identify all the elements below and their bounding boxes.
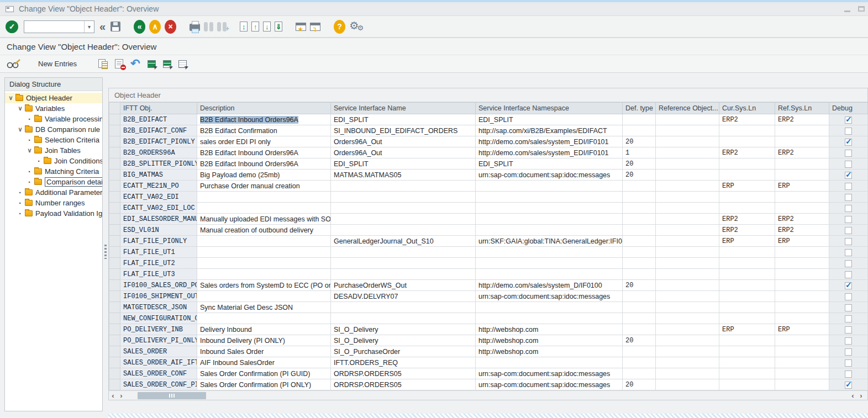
command-field[interactable]: ▾ xyxy=(24,20,94,33)
back-button[interactable]: « xyxy=(134,20,145,34)
scrollbar-thumb[interactable] xyxy=(138,392,206,399)
cell-cur_sys[interactable] xyxy=(719,192,775,203)
cell-ref_obj[interactable] xyxy=(656,357,719,368)
cell-cur_sys[interactable]: ERP2 xyxy=(719,114,775,125)
cell-si_ns[interactable]: http://webshop.com xyxy=(476,346,623,357)
scroll-left-button[interactable]: ‹ xyxy=(109,391,117,400)
cell-ref_sys[interactable] xyxy=(775,158,829,170)
cell-si_name[interactable] xyxy=(331,269,476,280)
cell-si_ns[interactable]: http://webshop.com xyxy=(476,335,623,346)
cell-ref_sys[interactable] xyxy=(775,136,829,147)
debug-checkbox[interactable] xyxy=(845,371,852,378)
cell-desc[interactable]: Sales orders from SystemD to ECC (PO onl… xyxy=(197,280,331,291)
cell-si_name[interactable]: GeneralLedgerJournal_Out_S10 xyxy=(331,236,476,247)
last-page-button[interactable]: ⇓ xyxy=(275,22,282,31)
cell-si_name[interactable]: SI_O_Delivery xyxy=(331,335,476,346)
display-change-toggle-icon[interactable] xyxy=(7,59,21,69)
debug-checkbox[interactable] xyxy=(845,150,852,157)
tree-item-number-ranges[interactable]: ·Number ranges xyxy=(5,198,102,208)
cell-desc[interactable] xyxy=(197,313,331,324)
tree-item-db-comparison-rule[interactable]: ∨DB Comparison rule xyxy=(5,124,102,135)
cell-ref_obj[interactable] xyxy=(656,147,719,158)
cell-obj[interactable]: MATGETDESCR_JSON xyxy=(120,302,197,313)
tree-item-payload-validation-ig[interactable]: ·Payload Validation Ig xyxy=(5,208,102,219)
cell-ref_sys[interactable] xyxy=(775,280,829,291)
scroll-right-button-right[interactable]: › xyxy=(857,391,865,400)
cell-debug[interactable] xyxy=(829,125,868,136)
cell-obj[interactable]: SALES_ORDER_CONF_PI… xyxy=(120,379,197,390)
cell-debug[interactable] xyxy=(829,170,868,181)
cell-si_name[interactable]: Orders96A_Out xyxy=(331,136,476,147)
cell-obj[interactable]: B2B_SPLITTER_PIONLY xyxy=(120,158,197,170)
cell-ref_obj[interactable] xyxy=(656,236,719,247)
cell-obj[interactable]: EDI_SALESORDER_MANU xyxy=(120,214,197,225)
cell-ref_sys[interactable] xyxy=(775,192,829,203)
cell-ref_obj[interactable] xyxy=(656,203,719,214)
scroll-left-button-right[interactable]: ‹ xyxy=(849,391,857,400)
cell-ref_sys[interactable] xyxy=(775,247,829,258)
cell-desc[interactable]: Big Payload demo (25mb) xyxy=(197,170,331,181)
debug-checkbox[interactable] xyxy=(845,249,852,256)
row-selector[interactable] xyxy=(109,214,120,225)
row-selector[interactable] xyxy=(109,158,120,170)
row-selector[interactable] xyxy=(109,225,120,236)
cell-debug[interactable] xyxy=(829,147,868,158)
new-entries-button[interactable]: New Entries xyxy=(31,57,83,70)
row-selector[interactable] xyxy=(109,346,120,357)
cell-desc[interactable] xyxy=(197,247,331,258)
cell-desc[interactable] xyxy=(197,291,331,302)
row-selector[interactable] xyxy=(109,379,120,390)
cell-ref_sys[interactable] xyxy=(775,357,829,368)
cell-def_type[interactable] xyxy=(623,214,656,225)
chevron-down-icon[interactable]: ∨ xyxy=(7,94,14,102)
cell-si_name[interactable]: SI_INBOUND_EDI_EDIFACT_ORDERS xyxy=(331,125,476,136)
cell-si_name[interactable]: ORDRSP.ORDERS05 xyxy=(331,368,476,379)
cell-debug[interactable] xyxy=(829,302,868,313)
cell-desc[interactable]: sales order EDI PI only xyxy=(197,136,331,147)
cell-desc[interactable] xyxy=(197,203,331,214)
cell-debug[interactable] xyxy=(829,368,868,379)
tree-item-comparison-details[interactable]: ·Comparison details xyxy=(5,177,102,187)
cell-si_ns[interactable]: http://sap.com/xi/B2B/Examples/EDIFACT xyxy=(476,125,623,136)
column-header-def_type[interactable]: Def. type xyxy=(623,103,656,114)
row-selector[interactable] xyxy=(109,368,120,379)
cell-ref_obj[interactable] xyxy=(656,335,719,346)
cell-ref_sys[interactable]: ERP xyxy=(775,236,829,247)
page-down-button[interactable]: ↓ xyxy=(263,22,271,31)
cell-si_ns[interactable]: urn:sap-com:document:sap:idoc:messages xyxy=(476,291,623,302)
cell-desc[interactable]: AIF Inbound SalesOrder xyxy=(197,357,331,368)
cell-desc[interactable]: Manual creation of outbound delivery xyxy=(197,225,331,236)
tree-item-selection-criteria[interactable]: ·Selection Criteria xyxy=(5,135,102,145)
cell-si_ns[interactable] xyxy=(476,203,623,214)
cell-def_type[interactable] xyxy=(623,368,656,379)
cell-si_name[interactable] xyxy=(331,313,476,324)
cell-desc[interactable]: B2B Edifact Inbound Orders96A xyxy=(197,147,331,158)
chevron-down-icon[interactable]: ∨ xyxy=(17,105,24,112)
cell-si_ns[interactable] xyxy=(476,302,623,313)
debug-checkbox[interactable] xyxy=(845,139,852,146)
cell-def_type[interactable]: 1 xyxy=(623,147,656,158)
cell-si_ns[interactable] xyxy=(476,269,623,280)
cell-ref_obj[interactable] xyxy=(656,225,719,236)
cell-si_ns[interactable]: urn:sap-com:document:sap:idoc:messages xyxy=(476,368,623,379)
column-header-cur_sys[interactable]: Cur.Sys.Ln xyxy=(719,103,775,114)
undo-button[interactable]: ↶ xyxy=(130,59,140,68)
cell-cur_sys[interactable] xyxy=(719,247,775,258)
cell-ref_obj[interactable] xyxy=(656,302,719,313)
cell-debug[interactable] xyxy=(829,280,868,291)
cell-si_name[interactable]: DESADV.DELVRY07 xyxy=(331,291,476,302)
row-selector[interactable] xyxy=(109,125,120,136)
cell-desc[interactable]: Sales Order Confirmation (PI ONLY) xyxy=(197,379,331,390)
cell-cur_sys[interactable]: ERP2 xyxy=(719,147,775,158)
cell-debug[interactable] xyxy=(829,269,868,280)
cell-def_type[interactable] xyxy=(623,125,656,136)
row-selector[interactable] xyxy=(109,258,120,269)
chevron-down-icon[interactable]: ∨ xyxy=(17,126,24,133)
row-selector[interactable] xyxy=(109,302,120,313)
debug-checkbox[interactable] xyxy=(845,348,852,356)
cell-desc[interactable] xyxy=(197,236,331,247)
cell-ref_obj[interactable] xyxy=(656,192,719,203)
row-selector[interactable] xyxy=(109,192,120,203)
debug-checkbox[interactable] xyxy=(845,359,852,367)
row-selector[interactable] xyxy=(109,147,120,158)
